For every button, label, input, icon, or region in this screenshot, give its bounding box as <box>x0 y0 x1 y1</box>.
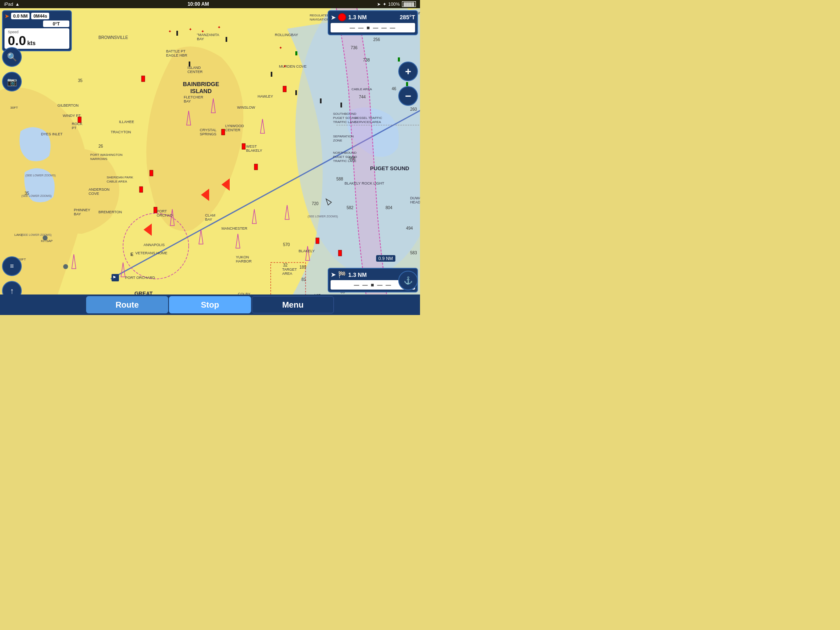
svg-rect-33 <box>295 51 297 55</box>
svg-text:⚑: ⚑ <box>112 275 116 280</box>
svg-text:ORCHAD: ORCHAD <box>157 213 173 217</box>
svg-text:MANCHESTER: MANCHESTER <box>221 226 248 231</box>
svg-text:46: 46 <box>392 87 397 91</box>
zoom-out-icon: − <box>405 90 411 103</box>
nav-dashes-display: — — ■ — — — <box>331 23 415 32</box>
svg-text:NORTHBOUND: NORTHBOUND <box>333 151 356 155</box>
nav-time: 0M44s <box>31 13 49 19</box>
layers-icon: ≡ <box>10 262 14 270</box>
svg-rect-39 <box>271 72 272 77</box>
svg-text:BAY: BAY <box>197 37 204 41</box>
svg-text:BAY: BAY <box>184 99 191 103</box>
svg-text:SOUTHBOUND: SOUTHBOUND <box>333 112 356 116</box>
svg-text:804: 804 <box>386 205 393 210</box>
battery-icon: ▓▓▓▓ <box>402 1 416 7</box>
svg-text:BLAKELY: BLAKELY <box>299 249 315 253</box>
route-button[interactable]: Route <box>86 296 168 313</box>
svg-text:BAY: BAY <box>205 217 212 221</box>
svg-text:WINSLOW: WINSLOW <box>237 105 256 110</box>
nav-direction-icon: ➤ <box>5 13 9 19</box>
svg-text:WINDY PT: WINDY PT <box>63 114 81 118</box>
layers-button[interactable]: ≡ <box>2 256 22 276</box>
svg-rect-9 <box>242 144 245 149</box>
svg-text:BLAKELY ROCK LIGHT: BLAKELY ROCK LIGHT <box>345 181 384 185</box>
svg-point-193 <box>43 235 48 240</box>
svg-text:CABLE AREA: CABLE AREA <box>107 180 127 183</box>
svg-text:PUGET SOUND: PUGET SOUND <box>333 116 357 120</box>
wifi-icon: ▲ <box>15 2 20 7</box>
svg-text:VETERANS HOME: VETERANS HOME <box>135 251 167 255</box>
svg-text:CABLE AREA: CABLE AREA <box>352 87 372 91</box>
svg-text:"MANZANITA: "MANZANITA <box>197 33 219 37</box>
svg-text:PUGET SOUND: PUGET SOUND <box>333 155 357 159</box>
svg-text:583: 583 <box>410 251 417 255</box>
svg-text:DYES INLET: DYES INLET <box>41 132 63 136</box>
svg-rect-6 <box>142 76 145 82</box>
svg-text:PUGET SOUND: PUGET SOUND <box>370 165 409 171</box>
svg-text:KITSAP: KITSAP <box>41 239 52 243</box>
nav-dest-distance: 1.3 NM <box>348 14 397 21</box>
svg-text:BAY: BAY <box>74 212 81 216</box>
svg-text:HARBOR: HARBOR <box>236 259 252 263</box>
zoom-out-button[interactable]: − <box>398 86 418 106</box>
speed-value: 0.0 <box>8 34 26 47</box>
svg-text:ROLLINGBAY: ROLLINGBAY <box>275 33 298 37</box>
svg-text:WEST: WEST <box>246 144 257 148</box>
svg-text:494: 494 <box>406 226 413 231</box>
svg-text:ZONE: ZONE <box>333 139 342 142</box>
svg-text:FLETCHER: FLETCHER <box>184 95 203 99</box>
svg-text:ANDERSON: ANDERSON <box>89 187 110 192</box>
status-left: iPad ▲ <box>4 2 20 7</box>
svg-rect-37 <box>226 37 227 42</box>
svg-point-194 <box>63 264 68 269</box>
svg-text:260: 260 <box>410 107 417 112</box>
svg-rect-16 <box>283 86 286 92</box>
svg-text:✦: ✦ <box>279 46 282 50</box>
nav-widget-top-right: ➤ 1.3 NM 285°T — — ■ — — — <box>328 10 418 35</box>
svg-text:YUKON: YUKON <box>236 255 249 259</box>
svg-rect-35 <box>406 82 408 86</box>
svg-rect-8 <box>221 129 225 135</box>
bluetooth-icon: ✦ <box>383 2 386 7</box>
svg-text:BLAKELY: BLAKELY <box>246 148 262 153</box>
svg-text:SHERIDAN PARK: SHERIDAN PARK <box>107 176 133 179</box>
svg-text:LYNWOOD: LYNWOOD <box>225 124 244 128</box>
svg-text:✦: ✦ <box>283 64 286 68</box>
svg-text:(SEE LOWER ZOOMS): (SEE LOWER ZOOMS) <box>21 233 52 237</box>
svg-text:PHINNEY: PHINNEY <box>74 208 90 212</box>
battery-label: 100% <box>388 2 400 7</box>
svg-text:744: 744 <box>359 95 366 99</box>
zoom-in-icon: + <box>405 65 411 78</box>
svg-text:BREMERTON: BREMERTON <box>98 210 122 214</box>
camera-button[interactable]: 📷 <box>2 72 22 91</box>
status-right: ➤ ✦ 100% ▓▓▓▓ <box>377 1 416 7</box>
search-button[interactable]: 🔍 <box>2 47 22 67</box>
svg-text:TRAFFIC LANE: TRAFFIC LANE <box>333 159 356 163</box>
svg-text:CLAM: CLAM <box>205 213 215 217</box>
nav-dest-bearing: 285°T <box>399 14 415 21</box>
nav-arrow-right-icon: ➤ <box>331 14 336 21</box>
svg-text:✦: ✦ <box>168 29 171 34</box>
svg-text:E: E <box>130 252 133 257</box>
stop-button[interactable]: Stop <box>169 296 251 313</box>
bottom-toolbar: Route Stop Menu <box>0 294 420 315</box>
svg-text:588: 588 <box>336 177 343 181</box>
svg-text:256: 256 <box>373 37 380 42</box>
svg-text:736: 736 <box>351 46 358 50</box>
nav-dest2-distance: 1.3 NM <box>348 272 399 278</box>
svg-rect-36 <box>176 31 178 36</box>
svg-text:✦: ✦ <box>217 25 221 30</box>
svg-text:30FT: 30FT <box>10 106 18 110</box>
svg-text:ILLAHEE: ILLAHEE <box>119 120 134 124</box>
svg-rect-40 <box>295 90 297 95</box>
anchor-button[interactable]: ⚓ <box>398 271 418 290</box>
zoom-in-button[interactable]: + <box>398 62 418 81</box>
menu-button[interactable]: Menu <box>252 296 334 313</box>
svg-text:(SEE LOWER ZOOMS): (SEE LOWER ZOOMS) <box>308 215 338 218</box>
svg-text:26: 26 <box>98 144 103 148</box>
svg-text:EAGLE HBR: EAGLE HBR <box>166 53 187 57</box>
svg-text:582: 582 <box>347 205 354 210</box>
svg-rect-12 <box>139 187 143 192</box>
svg-rect-14 <box>316 238 319 244</box>
svg-rect-10 <box>254 164 258 170</box>
